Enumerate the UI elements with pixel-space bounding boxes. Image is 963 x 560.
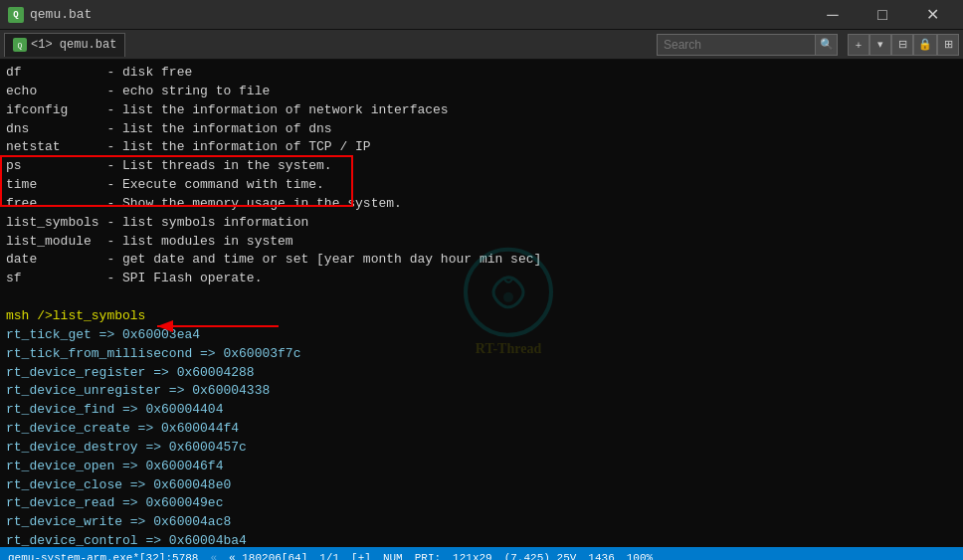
tab-icon: Q (13, 38, 27, 52)
terminal-content: df - disk free echo - echo string to fil… (6, 64, 957, 547)
titlebar-title: qemu.bat (30, 7, 92, 22)
minimize-button[interactable]: ─ (810, 0, 856, 30)
titlebar: Q qemu.bat ─ □ ✕ (0, 0, 963, 30)
close-button[interactable]: ✕ (909, 0, 955, 30)
status-size: 121x29 (453, 552, 492, 560)
tab-label: <1> qemu.bat (31, 38, 116, 52)
status-exe: qemu-system-arm.exe*[32]:5788 (8, 552, 198, 560)
lock-button[interactable]: 🔒 (913, 34, 937, 56)
grid-button[interactable]: ⊞ (937, 34, 959, 56)
status-pri: PRI: (415, 552, 441, 560)
app-icon: Q (8, 7, 24, 23)
active-tab[interactable]: Q <1> qemu.bat (4, 33, 125, 57)
window-controls: ─ □ ✕ (810, 0, 955, 30)
status-zoom: 100% (627, 552, 653, 560)
statusbar: qemu-system-arm.exe*[32]:5788 « « 180206… (0, 547, 963, 560)
status-info1: « 180206[64] (229, 552, 307, 560)
status-info2: 1/1 (319, 552, 339, 560)
status-col: 1436 (588, 552, 614, 560)
maximize-button[interactable]: □ (860, 0, 905, 30)
dropdown-button[interactable]: ▾ (869, 34, 891, 56)
terminal[interactable]: RT-Thread df - disk free echo - echo str… (0, 60, 963, 547)
layout-button[interactable]: ⊟ (891, 34, 913, 56)
status-coords: (7,425) 25V (504, 552, 577, 560)
status-info3: [+] (351, 552, 371, 560)
search-button[interactable]: 🔍 (816, 34, 838, 56)
menubar: Q <1> qemu.bat 🔍 + ▾ ⊟ 🔒 ⊞ (0, 30, 963, 60)
add-button[interactable]: + (848, 34, 869, 56)
toolbar-group: + ▾ ⊟ 🔒 ⊞ (848, 34, 959, 56)
search-box: 🔍 (657, 34, 838, 56)
search-input[interactable] (657, 34, 816, 56)
status-num: NUM (383, 552, 403, 560)
